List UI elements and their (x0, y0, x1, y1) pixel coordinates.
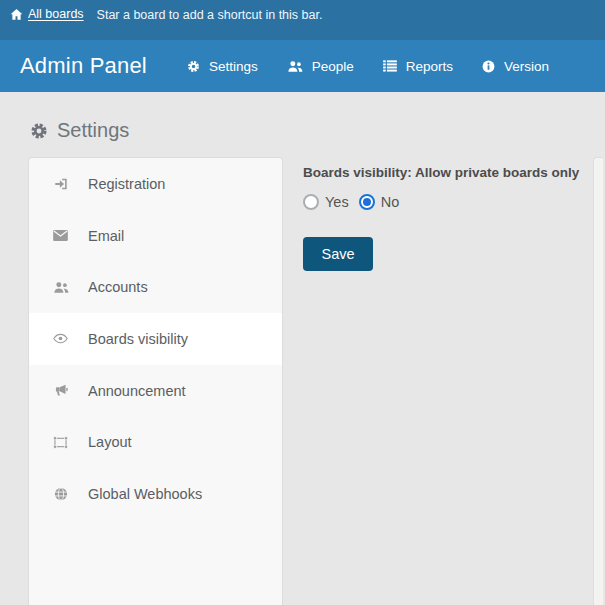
nav-item-people[interactable]: People (287, 59, 354, 74)
people-icon (287, 60, 303, 73)
sidebar-item-label: Global Webhooks (88, 486, 202, 502)
all-boards-label: All boards (28, 7, 84, 21)
boards-visibility-panel: Boards visibility: Allow private boards … (303, 165, 588, 271)
nav-item-label: People (312, 59, 354, 74)
admin-nav-bar: Admin Panel Settings People (0, 40, 605, 92)
page-title-label: Settings (57, 119, 129, 142)
setting-question: Boards visibility: Allow private boards … (303, 165, 588, 180)
radio-no[interactable] (359, 194, 375, 210)
sidebar-item-label: Announcement (88, 383, 186, 399)
next-panel-edge (593, 157, 603, 605)
nav-item-reports[interactable]: Reports (383, 59, 453, 74)
eye-icon (52, 333, 69, 344)
nav-item-version[interactable]: Version (482, 59, 549, 74)
radio-yes[interactable] (303, 194, 319, 210)
save-button[interactable]: Save (303, 237, 373, 271)
sidebar-item-global-webhooks[interactable]: Global Webhooks (29, 468, 282, 520)
radio-dot (307, 198, 315, 206)
gear-icon (187, 60, 200, 73)
sidebar-item-announcement[interactable]: Announcement (29, 365, 282, 417)
envelope-icon (52, 230, 69, 241)
radio-yes-label: Yes (325, 194, 349, 210)
list-icon (383, 60, 397, 72)
shortcut-hint-text: Star a board to add a shortcut in this b… (97, 7, 323, 22)
sidebar-item-label: Layout (88, 434, 132, 450)
sidebar-item-accounts[interactable]: Accounts (29, 261, 282, 313)
sign-in-icon (52, 177, 69, 191)
top-bar: All boards Star a board to add a shortcu… (0, 0, 605, 40)
bullhorn-icon (52, 384, 69, 397)
sidebar-item-label: Accounts (88, 279, 148, 295)
globe-icon (52, 487, 69, 501)
radio-no-label: No (381, 194, 400, 210)
users-icon (52, 281, 69, 294)
sidebar-item-boards-visibility[interactable]: Boards visibility (29, 313, 282, 365)
nav-item-settings[interactable]: Settings (187, 59, 258, 74)
visibility-options: Yes No (303, 194, 588, 210)
sidebar-item-label: Registration (88, 176, 165, 192)
admin-panel-title: Admin Panel (20, 53, 147, 79)
nav-item-label: Settings (209, 59, 258, 74)
nav-item-label: Reports (406, 59, 453, 74)
sidebar-item-registration[interactable]: Registration (29, 158, 282, 210)
nav-item-label: Version (504, 59, 549, 74)
page-title: Settings (30, 119, 605, 142)
radio-dot (363, 198, 371, 206)
settings-sidebar: Registration Email Accounts (28, 157, 283, 605)
home-icon (10, 8, 23, 21)
sidebar-item-layout[interactable]: Layout (29, 416, 282, 468)
info-icon (482, 60, 495, 73)
sidebar-item-label: Email (88, 228, 124, 244)
gear-icon (30, 122, 48, 140)
object-group-icon (52, 436, 69, 449)
sidebar-item-email[interactable]: Email (29, 210, 282, 262)
all-boards-link[interactable]: All boards (10, 7, 84, 21)
sidebar-item-label: Boards visibility (88, 331, 188, 347)
